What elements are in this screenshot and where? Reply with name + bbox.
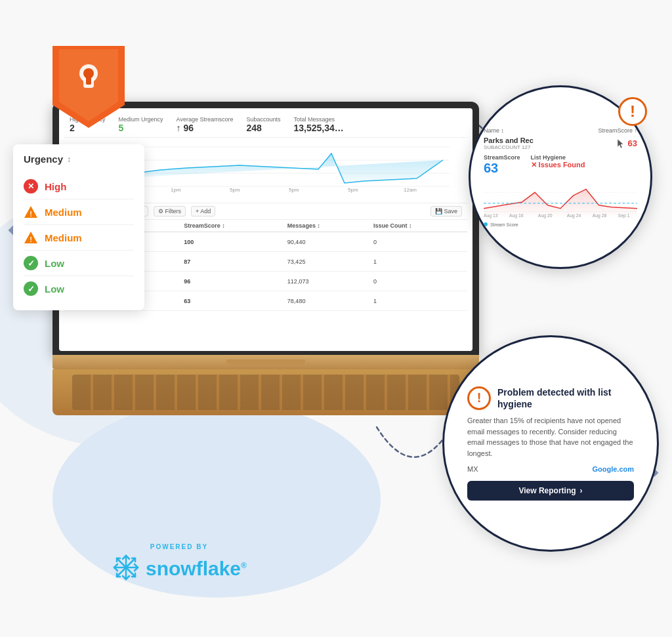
brand-text: snowflake (146, 558, 241, 579)
urgency-item-low-1[interactable]: ✓ Low (24, 251, 134, 276)
parks-hygiene-section: List Hygiene ✕ Issues Found (531, 154, 585, 169)
laptop-keyboard (52, 369, 479, 415)
svg-text:12am: 12am (404, 187, 417, 193)
problem-title: Problem detected with list hygiene (497, 386, 634, 410)
problem-panel-inner: ! Problem detected with list hygiene Gre… (467, 386, 634, 501)
filters-button[interactable]: ⚙ Filters (154, 206, 186, 216)
snowflake-logo: snowflake® (112, 553, 247, 585)
row-score: 87 (180, 252, 284, 272)
problem-exclamation-icon: ! (467, 386, 491, 410)
row-issues: 0 (369, 232, 467, 252)
urgency-item-medium-1[interactable]: ! Medium (24, 199, 134, 225)
col-score: StreamScore ↕ (180, 220, 284, 232)
urgency-header: Urgency ↕ (24, 154, 134, 165)
urgency-label-low-2: Low (45, 283, 64, 295)
svg-text:Aug 28: Aug 28 (593, 213, 607, 218)
powered-by-label: POWERED BY (112, 543, 247, 550)
row-messages: 78,480 (284, 291, 369, 311)
stat-total-messages: Total Messages 13,525,34… (294, 116, 344, 133)
low-icon-2: ✓ (24, 281, 38, 296)
keyboard-keys (72, 375, 459, 410)
view-reporting-label: View Reporting (518, 486, 576, 495)
snowflake-branding: POWERED BY (112, 543, 247, 585)
problem-mx-row: MX Google.com (467, 465, 634, 473)
laptop-notch (226, 360, 305, 365)
cursor-icon (616, 138, 625, 150)
add-button[interactable]: + Add (191, 206, 215, 216)
svg-text:1pm: 1pm (171, 187, 181, 193)
row-messages: 112,073 (284, 272, 369, 291)
row-issues: 0 (369, 272, 467, 291)
svg-text:5pm: 5pm (289, 187, 299, 193)
medium-icon-2: ! (24, 230, 38, 245)
parks-panel-inner: Name ↕ StreamScore ↑ Parks and Rec SUBAC… (484, 127, 637, 227)
parks-chart-legend: Stream Score (484, 222, 637, 227)
urgency-panel: Urgency ↕ ✕ High ! Medium ! Medium ✓ Low… (13, 144, 144, 310)
stat-stream-value: ↑ 96 (177, 123, 234, 133)
stat-sub-value: 248 (246, 123, 280, 133)
legend-dot-streamscore (484, 222, 488, 226)
registered-symbol: ® (241, 561, 247, 570)
legend-streamscore-label: Stream Score (490, 222, 518, 227)
row-score: 100 (180, 232, 284, 252)
row-issues: 1 (369, 252, 467, 272)
parks-score-value: 63 (628, 138, 637, 148)
parks-name-col-label: Name ↕ (484, 127, 504, 134)
medium-icon-1: ! (24, 205, 38, 219)
save-button[interactable]: 💾 Save (430, 206, 462, 216)
row-issues: 1 (369, 291, 467, 311)
svg-text:5pm: 5pm (348, 187, 358, 193)
svg-text:!: ! (30, 236, 32, 243)
parks-streamscore-value: 63 (484, 161, 520, 176)
parks-account-name: Parks and Rec (484, 136, 534, 144)
stat-msg-value: 13,525,34… (294, 123, 344, 133)
parks-score-col-label: StreamScore ↑ (598, 127, 637, 134)
svg-rect-9 (86, 75, 91, 85)
snowflake-icon (112, 553, 140, 585)
urgency-item-medium-2[interactable]: ! Medium (24, 225, 134, 251)
row-score: 63 (180, 291, 284, 311)
parks-streamscore-section: StreamScore 63 (484, 154, 520, 176)
svg-text:Aug 20: Aug 20 (538, 213, 553, 218)
stat-streamscore: Average Streamscore ↑ 96 (177, 116, 234, 133)
low-icon-1: ✓ (24, 256, 38, 270)
urgency-item-low-2[interactable]: ✓ Low (24, 276, 134, 301)
col-messages: Messages ↕ (284, 220, 369, 232)
svg-text:Aug 13: Aug 13 (484, 213, 498, 218)
problem-panel: ! Problem detected with list hygiene Gre… (442, 335, 659, 552)
tag-icon (46, 39, 131, 131)
urgency-label-medium-1: Medium (45, 207, 82, 218)
col-issues: Issue Count ↕ (369, 220, 467, 232)
svg-text:Sep 1: Sep 1 (618, 213, 630, 218)
view-reporting-arrow: › (580, 486, 583, 495)
problem-description: Greater than 15% of recipients have not … (467, 415, 634, 459)
urgency-label-medium-2: Medium (45, 232, 82, 243)
sort-icon[interactable]: ↕ (67, 155, 71, 164)
urgency-label-low-1: Low (45, 258, 64, 269)
parks-scores: StreamScore 63 List Hygiene ✕ Issues Fou… (484, 154, 637, 176)
svg-text:Aug 24: Aug 24 (567, 213, 581, 218)
laptop-base (52, 355, 479, 369)
exclamation-symbol: ! (630, 104, 635, 119)
svg-text:Aug 16: Aug 16 (509, 213, 524, 218)
svg-text:!: ! (30, 210, 32, 218)
stat-msg-label: Total Messages (294, 116, 344, 123)
urgency-item-high[interactable]: ✕ High (24, 174, 134, 199)
parks-issues-label: ✕ Issues Found (531, 161, 585, 169)
parks-hygiene-label: List Hygiene (531, 154, 585, 161)
svg-text:5pm: 5pm (230, 187, 240, 193)
row-score: 96 (180, 272, 284, 291)
parks-subaccount: SUBACCOUNT 127 (484, 144, 534, 150)
view-reporting-button[interactable]: View Reporting › (467, 481, 634, 501)
problem-header: ! Problem detected with list hygiene (467, 386, 634, 410)
stat-stream-label: Average Streamscore (177, 116, 234, 123)
dashed-arc-right (370, 421, 449, 473)
problem-exclamation-symbol: ! (477, 390, 482, 405)
parks-streamscore-label: StreamScore (484, 154, 520, 161)
row-messages: 90,440 (284, 232, 369, 252)
snowflake-name: snowflake® (146, 558, 247, 580)
parks-exclamation-badge: ! (618, 97, 647, 126)
urgency-label-high: High (45, 181, 66, 192)
parks-top-row: Name ↕ StreamScore ↑ (484, 127, 637, 134)
stat-subaccounts: Subaccounts 248 (246, 116, 280, 133)
